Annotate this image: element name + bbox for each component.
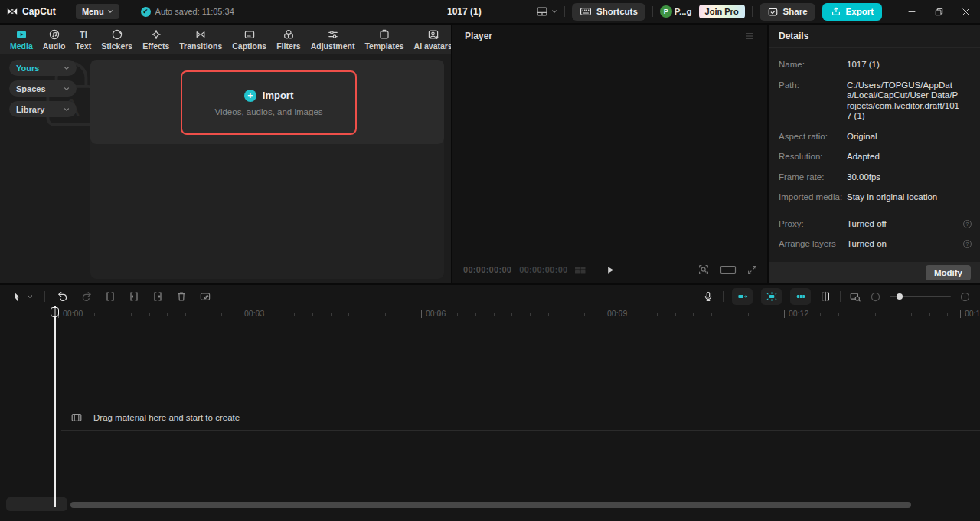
- tab-media[interactable]: Media: [8, 28, 35, 51]
- svg-text:TI: TI: [80, 30, 87, 39]
- divider: [652, 6, 653, 17]
- zoom-in-button[interactable]: [959, 291, 971, 303]
- tab-transitions[interactable]: Transitions: [177, 28, 224, 51]
- tab-filters[interactable]: Filters: [274, 28, 303, 51]
- slider-handle[interactable]: [897, 293, 903, 300]
- divider: [752, 6, 753, 17]
- join-pro-label: Join Pro: [705, 7, 739, 16]
- player-title: Player: [465, 31, 492, 41]
- auto-snapping-toggle[interactable]: [761, 288, 782, 305]
- sidebar-item-library[interactable]: Library: [9, 101, 77, 117]
- tab-ai-avatars[interactable]: AI avatars: [412, 28, 451, 51]
- transition-icon: [194, 28, 207, 41]
- autosave-status: ✓ Auto saved: 11:05:34: [141, 7, 234, 17]
- delete-button[interactable]: [175, 290, 188, 303]
- sidebar-item-spaces[interactable]: Spaces: [9, 80, 77, 97]
- delete-left-button[interactable]: [128, 290, 140, 303]
- sidebar-item-yours[interactable]: Yours: [9, 60, 77, 76]
- divider: [44, 291, 45, 302]
- share-icon: [767, 6, 779, 18]
- linking-toggle[interactable]: [790, 288, 811, 305]
- track-header-area: [6, 497, 67, 511]
- detail-row-arrange-layers: Arrange layers Turned on ?: [779, 239, 970, 250]
- player-viewport[interactable]: [452, 48, 767, 256]
- join-pro-button[interactable]: Join Pro: [699, 5, 745, 18]
- timeline-panel: 00:00 00:03 00:06 00:09 00:12 00:15 Drag…: [0, 285, 980, 521]
- close-button[interactable]: [956, 0, 975, 23]
- media-panel: Media Audio TI Text Stickers Effects Tra…: [0, 25, 451, 283]
- profile-name: P...g: [675, 7, 692, 16]
- player-header: Player: [452, 25, 767, 48]
- playhead-handle[interactable]: [51, 307, 59, 317]
- plus-icon: +: [244, 90, 256, 102]
- minimize-button[interactable]: [902, 0, 922, 23]
- preview-zoom-icon[interactable]: [697, 264, 710, 276]
- tab-audio[interactable]: Audio: [41, 28, 68, 51]
- tab-stickers[interactable]: Stickers: [99, 28, 135, 51]
- select-tool-button[interactable]: [11, 290, 23, 303]
- empty-track-dropzone[interactable]: Drag material here and start to create: [61, 405, 980, 431]
- details-footer: Modify: [769, 262, 980, 283]
- export-icon: [831, 6, 841, 17]
- sliders-icon: [327, 28, 339, 41]
- play-button[interactable]: [605, 265, 615, 275]
- autosave-check-icon: ✓: [141, 7, 151, 17]
- capcut-logo-icon: [6, 5, 18, 18]
- help-icon[interactable]: ?: [963, 240, 972, 248]
- tab-text[interactable]: TI Text: [74, 28, 94, 51]
- shortcuts-button[interactable]: Shortcuts: [572, 3, 645, 21]
- edit-properties-button[interactable]: [199, 290, 211, 303]
- undo-button[interactable]: [57, 290, 69, 303]
- top-bar: CapCut Menu ✓ Auto saved: 11:05:34 1017 …: [0, 0, 980, 23]
- timeline-ruler[interactable]: 00:00 00:03 00:06 00:09 00:12 00:15: [55, 308, 980, 321]
- tab-captions[interactable]: Captions: [230, 28, 269, 51]
- ruler-label: 00:09: [603, 310, 627, 318]
- frames-display-icon[interactable]: [575, 265, 586, 274]
- help-icon[interactable]: ?: [963, 220, 972, 228]
- zoom-out-button[interactable]: [870, 291, 881, 303]
- share-button[interactable]: Share: [760, 3, 815, 21]
- ruler-label: 00:15: [960, 310, 980, 318]
- export-button[interactable]: Export: [822, 3, 882, 21]
- divider: [779, 208, 970, 208]
- player-menu-icon[interactable]: [744, 31, 755, 41]
- ruler-label: 00:06: [421, 310, 446, 318]
- horizontal-scrollbar[interactable]: [70, 502, 911, 508]
- tab-effects[interactable]: Effects: [140, 28, 172, 51]
- import-title: Import: [263, 90, 293, 101]
- delete-right-button[interactable]: [152, 290, 164, 303]
- preview-axis-toggle[interactable]: [819, 290, 831, 303]
- menu-label: Menu: [82, 7, 104, 16]
- export-label: Export: [846, 7, 874, 16]
- capcut-logo: CapCut: [6, 5, 56, 18]
- tab-templates[interactable]: Templates: [362, 28, 406, 51]
- layout-icon: [536, 5, 548, 18]
- tab-adjustment[interactable]: Adjustment: [309, 28, 358, 51]
- ruler-label: 00:00: [58, 310, 83, 318]
- ruler-ticks: [58, 313, 980, 316]
- aspect-ratio-icon[interactable]: [720, 264, 737, 276]
- main-track-magnet-toggle[interactable]: [732, 288, 753, 305]
- import-highlight-box[interactable]: + Import Videos, audios, and images: [181, 70, 357, 135]
- profile-chip[interactable]: P P...g: [660, 5, 692, 18]
- maximize-button[interactable]: [929, 0, 949, 23]
- record-voiceover-button[interactable]: [702, 290, 714, 303]
- zoom-to-fit-button[interactable]: [849, 290, 861, 303]
- filters-icon: [283, 28, 295, 41]
- layout-switch-button[interactable]: [536, 5, 557, 18]
- media-icon: [15, 28, 28, 41]
- chevron-down-icon[interactable]: [27, 293, 33, 300]
- redo-button[interactable]: [80, 290, 93, 303]
- playhead-line[interactable]: [54, 306, 56, 507]
- menu-button[interactable]: Menu: [76, 4, 119, 19]
- modify-button[interactable]: Modify: [926, 265, 971, 280]
- split-button[interactable]: [104, 290, 116, 303]
- audio-icon: [48, 28, 60, 41]
- details-body: Name: 1017 (1) Path: C:/Users/TOPGUS/App…: [769, 48, 980, 262]
- timeline-placeholder-text: Drag material here and start to create: [93, 413, 240, 422]
- details-panel: Details Name: 1017 (1) Path: C:/Users/TO…: [769, 25, 980, 283]
- timeline-zoom-slider[interactable]: [890, 291, 951, 302]
- detail-row-name: Name: 1017 (1): [779, 60, 970, 70]
- player-panel: Player 00:00:00:00 00:00:00:00: [452, 25, 767, 283]
- fullscreen-icon[interactable]: [746, 264, 758, 276]
